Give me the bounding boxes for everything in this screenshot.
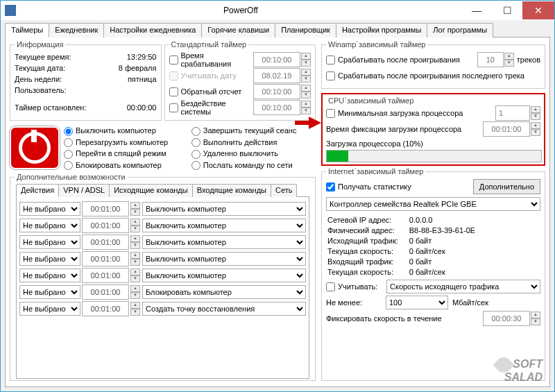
condition-select[interactable]: Не выбрано	[19, 285, 80, 299]
weekday-label: День недели:	[15, 75, 101, 83]
use-date-input	[253, 68, 300, 83]
condition-select[interactable]: Не выбрано	[19, 302, 80, 316]
cpu-fix-time-spinner: ▲▼	[531, 122, 540, 136]
radio-exec[interactable]: Выполнить действия	[191, 138, 317, 148]
winamp-after-play-label: Срабатывать после проигрывания	[338, 56, 477, 64]
delay-spinner[interactable]: ▲▼	[130, 285, 140, 299]
advanced-button[interactable]: Дополнительно	[473, 179, 540, 194]
winamp-after-last-checkbox[interactable]	[326, 71, 335, 80]
subtab-in-cmd[interactable]: Входящие команды	[192, 184, 271, 197]
stats-checkbox[interactable]	[326, 182, 335, 191]
countdown-input[interactable]	[253, 84, 300, 99]
idle-input[interactable]	[253, 100, 300, 115]
action-select[interactable]: Создать точку восстановления	[142, 302, 306, 316]
consider-checkbox[interactable]	[326, 282, 335, 291]
trigger-time-spinner[interactable]: ▲▼	[301, 53, 311, 67]
action-row: Не выбрано▲▼Создать точку восстановления	[19, 301, 306, 316]
delay-spinner[interactable]: ▲▼	[130, 252, 140, 266]
idle-label: Бездействие системы	[181, 99, 254, 116]
fix-speed-spinner[interactable]: ▲▼	[531, 312, 540, 325]
highlight-arrow-icon	[309, 117, 321, 129]
winamp-group: Winamp`зависимый таймер Срабатывать посл…	[321, 40, 545, 89]
close-button[interactable]: ✕	[522, 1, 554, 19]
action-row: Не выбрано▲▼Выключить компьютер	[19, 201, 306, 216]
countdown-checkbox[interactable]	[169, 87, 178, 96]
current-date-label: Текущая дата:	[15, 64, 101, 72]
use-date-spinner: ▲▼	[301, 69, 311, 83]
power-icon[interactable]	[10, 126, 60, 169]
in-traffic-value: 0 байт	[409, 257, 539, 266]
minimize-button[interactable]: —	[461, 1, 492, 19]
ip-label: Сетевой IP адрес:	[327, 216, 398, 224]
action-select[interactable]: Выключить компьютер	[142, 252, 306, 266]
delay-spinner[interactable]: ▲▼	[130, 219, 140, 232]
action-select[interactable]: Выключить компьютер	[142, 235, 306, 249]
delay-input[interactable]	[82, 268, 129, 283]
min-unit-label: Мбайт/сек	[452, 298, 488, 307]
condition-select[interactable]: Не выбрано	[19, 269, 80, 282]
cpu-min-load-checkbox[interactable]	[326, 109, 335, 118]
cpu-min-load-input[interactable]	[495, 105, 530, 121]
condition-select[interactable]: Не выбрано	[19, 202, 80, 216]
tracks-label: треков	[517, 56, 540, 64]
action-select[interactable]: Выключить компьютер	[142, 269, 306, 282]
maximize-button[interactable]: ☐	[492, 1, 522, 19]
delay-input[interactable]	[82, 218, 129, 233]
tab-app-settings[interactable]: Настройки программы	[336, 23, 427, 37]
condition-select[interactable]: Не выбрано	[19, 219, 80, 232]
delay-input[interactable]	[82, 251, 129, 266]
condition-select[interactable]: Не выбрано	[19, 252, 80, 266]
trigger-time-input[interactable]	[253, 52, 300, 67]
fix-speed-input[interactable]	[483, 311, 530, 326]
fix-speed-label: Фиксировать скорость в течение	[326, 314, 483, 323]
delay-spinner[interactable]: ▲▼	[130, 302, 140, 316]
action-select[interactable]: Блокировать компьютер	[142, 285, 306, 299]
min-select[interactable]: 100	[386, 296, 448, 309]
condition-select[interactable]: Не выбрано	[19, 235, 80, 249]
tab-diary-settings[interactable]: Настройки ежедневника	[103, 23, 202, 37]
tab-timers[interactable]: Таймеры	[5, 23, 49, 37]
standard-timer-group: Стандартный таймер Время срабатывания▲▼ …	[164, 40, 316, 121]
action-row: Не выбрано▲▼Выключить компьютер	[19, 235, 306, 250]
delay-input[interactable]	[82, 235, 129, 250]
radio-netcmd[interactable]: Послать команду по сети	[191, 161, 317, 171]
delay-input[interactable]	[82, 301, 129, 316]
adapter-select[interactable]: Контроллер семейства Realtek PCIe GBE	[326, 197, 540, 211]
radio-sleep[interactable]: Перейти в спящий режим	[64, 149, 189, 159]
action-select[interactable]: Выключить компьютер	[142, 202, 306, 216]
winamp-after-play-checkbox[interactable]	[326, 56, 335, 65]
tab-scheduler[interactable]: Планировщик	[275, 23, 336, 37]
subtab-net[interactable]: Сеть	[271, 184, 297, 197]
idle-checkbox[interactable]	[169, 103, 178, 112]
tracks-input[interactable]	[477, 52, 504, 67]
radio-shutdown[interactable]: Выключить компьютер	[64, 126, 189, 136]
tab-hotkeys[interactable]: Горячие клавиши	[201, 23, 275, 37]
tab-diary[interactable]: Ежедневник	[49, 23, 104, 37]
countdown-spinner[interactable]: ▲▼	[301, 85, 311, 99]
min-label: Не менее:	[326, 298, 386, 307]
radio-lock[interactable]: Блокировать компьютер	[64, 161, 189, 171]
weekday-value: пятница	[101, 75, 157, 83]
action-row: Не выбрано▲▼Выключить компьютер	[19, 218, 306, 233]
idle-spinner[interactable]: ▲▼	[301, 101, 311, 114]
tracks-spinner[interactable]: ▲▼	[504, 53, 514, 67]
delay-input[interactable]	[82, 201, 129, 216]
tab-log[interactable]: Лог программы	[427, 23, 493, 37]
delay-input[interactable]	[82, 284, 129, 300]
mac-value: B8-88-E3-39-61-0E	[409, 226, 539, 235]
delay-spinner[interactable]: ▲▼	[130, 269, 140, 282]
cpu-min-load-spinner[interactable]: ▲▼	[531, 106, 540, 120]
trigger-time-checkbox[interactable]	[169, 56, 178, 65]
subtab-out-cmd[interactable]: Исходящие команды	[109, 184, 193, 197]
radio-logoff[interactable]: Завершить текущий сеанс	[191, 126, 317, 136]
subtab-actions[interactable]: Действия	[16, 184, 59, 197]
out-traffic-label: Исходящий трафик:	[327, 237, 398, 245]
delay-spinner[interactable]: ▲▼	[130, 202, 140, 216]
action-select[interactable]: Выключить компьютер	[142, 219, 306, 232]
subtab-vpn[interactable]: VPN / ADSL	[58, 184, 110, 197]
delay-spinner[interactable]: ▲▼	[130, 235, 140, 249]
consider-select[interactable]: Скорость исходящего трафика	[386, 280, 540, 293]
radio-reboot[interactable]: Перезагрузить компьютер	[64, 138, 189, 148]
cpu-legend: CPU`зависимый таймер	[326, 96, 416, 105]
radio-remote-off[interactable]: Удаленно выключить	[191, 149, 317, 159]
